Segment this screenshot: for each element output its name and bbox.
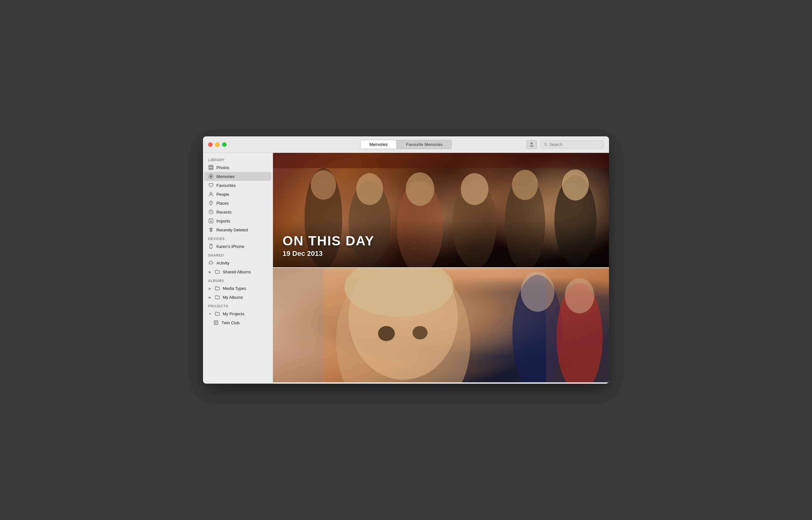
sidebar-item-memories-label: Memories: [216, 174, 268, 179]
titlebar-actions: [526, 140, 604, 149]
svg-point-9: [211, 202, 212, 203]
svg-rect-3: [211, 166, 213, 167]
places-icon: [208, 200, 214, 206]
sidebar-item-my-albums-label: My Albums: [223, 295, 268, 300]
cloud-icon: [208, 260, 214, 266]
search-icon: [544, 142, 548, 147]
close-button[interactable]: [208, 142, 213, 147]
my-projects-folder-icon: [215, 311, 220, 317]
sidebar-item-activity-label: Activity: [216, 261, 268, 265]
svg-rect-2: [210, 166, 211, 167]
sidebar-item-shared-albums-label: Shared Albums: [223, 269, 268, 274]
svg-point-14: [211, 248, 211, 248]
search-input[interactable]: [549, 142, 600, 147]
content-area: ON THIS DAY 19 Dec 2013: [273, 153, 609, 384]
titlebar: Memories Favourite Memories: [203, 136, 609, 153]
sidebar-item-twin-club[interactable]: Twin Club: [204, 318, 271, 327]
sidebar-item-recents[interactable]: Recents: [204, 208, 271, 216]
baby-photo-decoration: [273, 268, 609, 382]
svg-point-40: [412, 326, 428, 339]
sidebar-item-places[interactable]: Places: [204, 199, 271, 208]
svg-point-8: [210, 192, 212, 194]
svg-point-24: [406, 172, 434, 206]
import-icon: [208, 218, 214, 224]
shared-section-label: Shared: [203, 251, 273, 258]
sidebar-item-media-types-label: Media Types: [223, 286, 268, 291]
shared-albums-chevron: ▶: [208, 270, 212, 274]
titlebar-tabs: Memories Favourite Memories: [360, 140, 452, 149]
sidebar: Library Photos: [203, 153, 273, 384]
tab-memories[interactable]: Memories: [360, 140, 397, 149]
sidebar-item-activity[interactable]: Activity: [204, 258, 271, 267]
svg-point-26: [461, 173, 488, 205]
sidebar-item-favourites-label: Favourites: [216, 183, 268, 188]
svg-point-39: [378, 326, 395, 341]
sidebar-item-people[interactable]: People: [204, 190, 271, 199]
photo-icon: [208, 165, 214, 171]
svg-point-7: [210, 176, 212, 177]
svg-rect-1: [209, 165, 213, 170]
memory-date-on-this-day: 19 Dec 2013: [282, 250, 599, 258]
clock-icon: [208, 209, 214, 215]
sidebar-item-shared-albums[interactable]: ▶ Shared Albums: [204, 267, 271, 276]
sidebar-item-my-albums[interactable]: ▶ My Albums: [204, 293, 271, 302]
maximize-button[interactable]: [222, 142, 226, 147]
shared-albums-folder-icon: [215, 269, 220, 275]
my-albums-chevron: ▶: [208, 295, 212, 299]
albums-section-label: Albums: [203, 276, 273, 284]
svg-rect-41: [273, 268, 323, 382]
svg-rect-4: [210, 168, 211, 169]
main-content: Library Photos: [203, 153, 609, 384]
my-albums-folder-icon: [215, 294, 220, 300]
svg-point-20: [311, 171, 336, 200]
share-button[interactable]: [526, 140, 537, 149]
sidebar-item-recents-label: Recents: [216, 210, 268, 214]
sidebar-item-my-projects[interactable]: ▼ My Projects: [204, 309, 271, 318]
memories-icon: [208, 174, 214, 179]
iphone-icon: [208, 243, 214, 249]
memory-card-on-this-day[interactable]: ON THIS DAY 19 Dec 2013: [273, 153, 609, 267]
sidebar-item-people-label: People: [216, 192, 268, 197]
sidebar-item-twin-club-label: Twin Club: [221, 320, 268, 325]
trash-icon: [208, 227, 214, 233]
memory-overlay-on-this-day: ON THIS DAY 19 Dec 2013: [273, 221, 609, 267]
svg-point-30: [562, 170, 589, 201]
devices-section-label: Devices: [203, 234, 273, 242]
sidebar-item-photos[interactable]: Photos: [204, 163, 271, 172]
sidebar-item-imports-label: Imports: [216, 219, 268, 224]
projects-section-label: Projects: [203, 302, 273, 309]
traffic-lights: [208, 142, 226, 147]
sidebar-item-memories[interactable]: Memories: [204, 172, 271, 181]
heart-icon: [208, 182, 214, 188]
sidebar-item-places-label: Places: [216, 201, 268, 206]
sidebar-item-photos-label: Photos: [216, 165, 268, 170]
share-icon: [530, 142, 534, 147]
media-types-folder-icon: [215, 285, 220, 291]
sidebar-item-karens-iphone[interactable]: Karen's iPhone: [204, 242, 271, 251]
sidebar-item-favourites[interactable]: Favourites: [204, 181, 271, 190]
person-icon: [208, 191, 214, 197]
app-window: Memories Favourite Memories Library: [203, 136, 609, 384]
svg-rect-42: [546, 268, 609, 382]
svg-rect-31: [273, 153, 609, 168]
svg-point-28: [512, 170, 538, 200]
memory-card-baby[interactable]: [273, 268, 609, 382]
memory-title-on-this-day: ON THIS DAY: [282, 234, 599, 248]
library-section-label: Library: [203, 155, 273, 163]
sidebar-item-imports[interactable]: Imports: [204, 216, 271, 225]
tab-favourite-memories[interactable]: Favourite Memories: [397, 140, 452, 149]
twin-club-book-icon: [213, 320, 219, 326]
svg-rect-5: [211, 168, 213, 169]
sidebar-item-my-projects-label: My Projects: [223, 311, 268, 316]
sidebar-item-karens-iphone-label: Karen's iPhone: [216, 244, 268, 249]
sidebar-item-recently-deleted[interactable]: Recently Deleted: [204, 225, 271, 234]
minimize-button[interactable]: [215, 142, 220, 147]
sidebar-item-media-types[interactable]: ▶ Media Types: [204, 284, 271, 293]
my-projects-chevron: ▼: [208, 312, 212, 316]
svg-point-22: [356, 173, 383, 205]
media-types-chevron: ▶: [208, 286, 212, 290]
sidebar-item-recently-deleted-label: Recently Deleted: [216, 228, 268, 232]
search-bar[interactable]: [540, 140, 604, 149]
